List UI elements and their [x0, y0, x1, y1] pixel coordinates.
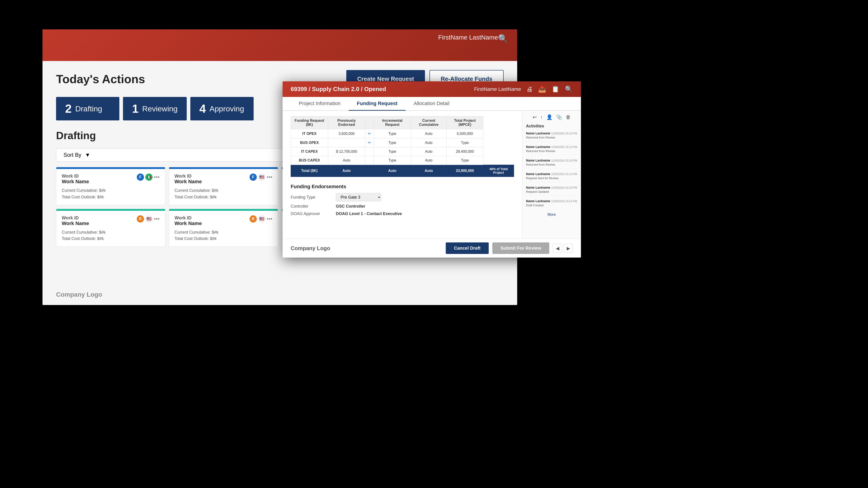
badge-f: F	[137, 173, 144, 181]
card-metrics: Current Cumulative: $#k Total Cost Outlo…	[62, 229, 160, 242]
modal-footer-buttons: Cancel Draft Submit For Review ◀ ▶	[446, 242, 573, 254]
list-item: Name Lastname12/30/2016 15:15 PM Draft C…	[526, 199, 577, 209]
card-top-bar	[169, 167, 278, 169]
cancel-draft-button[interactable]: Cancel Draft	[446, 242, 489, 254]
card-metrics: Current Cumulative: $#k Total Cost Outlo…	[62, 187, 160, 200]
card-badges: R 🇺🇸 •••	[137, 215, 160, 223]
drafting-label: Drafting	[75, 104, 102, 113]
table-row: BUS OPEX ✏ Type Auto Type	[291, 138, 514, 147]
tab-project-information[interactable]: Project Information	[291, 97, 349, 111]
list-item: Name Lastname12/30/2016 15:15 PM Returne…	[526, 145, 577, 155]
person-icon[interactable]: 👤	[546, 114, 553, 120]
card-body: Work ID Work Name F 🇮🇹 ••• Current Cumul…	[56, 169, 165, 205]
up-icon[interactable]: ↑	[540, 114, 543, 120]
modal-body: Funding Request ($K) Previously Endorsed…	[283, 111, 581, 238]
card-metrics: Current Cumulative: $#k Total Cost Outlo…	[175, 187, 272, 200]
col-header-category: Funding Request ($K)	[291, 116, 328, 129]
modal-navigation-arrows: ◀ ▶	[553, 244, 573, 253]
more-options-icon[interactable]: •••	[267, 174, 272, 180]
tab-funding-request[interactable]: Funding Request	[349, 97, 406, 111]
sidebar-icons: ↩ ↑ 👤 📎 🗑	[526, 114, 577, 120]
list-icon[interactable]: 📋	[552, 86, 559, 93]
card-badges: F 🇮🇹 •••	[137, 173, 160, 181]
tab-approving[interactable]: 4 Approving	[190, 97, 254, 121]
next-arrow-button[interactable]: ▶	[564, 244, 573, 253]
card-top-bar	[56, 167, 165, 169]
card-top-bar	[56, 209, 165, 211]
search-icon[interactable]: 🔍	[498, 34, 508, 43]
funding-type-select[interactable]: Pre Gate 3	[336, 193, 381, 201]
more-options-icon[interactable]: •••	[267, 216, 272, 222]
col-header-prev-endorsed: Previously Endorsed	[328, 116, 365, 129]
main-header-username: FirstName LastName	[438, 34, 498, 41]
more-options-icon[interactable]: •••	[154, 174, 160, 180]
edit-icon[interactable]: ✏	[365, 129, 374, 138]
col-header-cumulative: Current Cumulative	[411, 116, 446, 129]
badge-r: R	[250, 215, 257, 223]
activities-more-link[interactable]: More	[526, 213, 577, 217]
table-row: IT CAPEX $ 12,700,000 Type Auto 28,400,0…	[291, 147, 514, 156]
list-item: Name Lastname12/30/2016 15:15 PM Request…	[526, 172, 577, 182]
card-top-bar	[169, 209, 278, 211]
work-card[interactable]: Work ID Work Name F 🇺🇸 ••• Current Cumul…	[169, 167, 278, 205]
card-header: Work ID Work Name F 🇮🇹 •••	[62, 173, 160, 185]
reply-icon[interactable]: ↩	[532, 114, 537, 120]
chevron-down-icon: ▼	[85, 152, 90, 158]
table-total-row: Total ($K) Auto Auto Auto 33,900,000 48%…	[291, 165, 514, 177]
drafting-count: 2	[65, 102, 72, 116]
card-header: Work ID Work Name R 🇺🇸 •••	[175, 215, 272, 226]
card-header: Work ID Work Name R 🇺🇸 •••	[62, 215, 160, 226]
work-card[interactable]: Work ID Work Name R 🇺🇸 ••• Current Cumul…	[56, 209, 165, 247]
modal-header-right: FirstName LastName 🖨 📤 📋 🔍	[474, 86, 573, 93]
activities-title: Activities	[526, 124, 577, 129]
tab-reviewing[interactable]: 1 Reviewing	[123, 97, 187, 121]
badge-f: F	[250, 173, 257, 181]
modal-footer: Company Logo Cancel Draft Submit For Rev…	[283, 238, 581, 258]
main-footer-logo: Company Logo	[56, 291, 102, 298]
modal-sidebar-activities: ↩ ↑ 👤 📎 🗑 Activities Name Lastname12/30/…	[522, 111, 581, 238]
attachment-icon[interactable]: 📎	[556, 114, 562, 120]
delete-icon[interactable]: 🗑	[566, 114, 571, 120]
tab-allocation-detail[interactable]: Allocation Detail	[405, 97, 458, 111]
work-card[interactable]: Work ID Work Name R 🇺🇸 ••• Current Cumul…	[169, 209, 278, 247]
reviewing-count: 1	[132, 102, 138, 116]
prev-arrow-button[interactable]: ◀	[553, 244, 562, 253]
funding-endorsements-section: Funding Endorsements Funding Type Pre Ga…	[291, 184, 514, 216]
modal-footer-logo: Company Logo	[291, 245, 330, 252]
flag-icon: 🇮🇹	[145, 173, 153, 181]
endorsement-row-doag-approver: DOAG Approver DOAG Level 1 - Contact Exe…	[291, 212, 514, 216]
edit-icon[interactable]: ✏	[365, 138, 374, 147]
card-badges: R 🇺🇸 •••	[250, 215, 272, 223]
card-body: Work ID Work Name F 🇺🇸 ••• Current Cumul…	[169, 169, 278, 205]
col-header-total: Total Project (MPCE)	[446, 116, 483, 129]
search-icon[interactable]: 🔍	[565, 86, 573, 93]
endorsement-row-controller: Controller GSC Controller	[291, 204, 514, 209]
more-options-icon[interactable]: •••	[154, 216, 160, 222]
flag-icon: 🇺🇸	[145, 215, 153, 223]
col-header-empty	[365, 116, 374, 129]
approving-label: Approving	[210, 104, 244, 113]
funding-table: Funding Request ($K) Previously Endorsed…	[291, 116, 514, 177]
tab-drafting[interactable]: 2 Drafting	[56, 97, 119, 121]
submit-for-review-button[interactable]: Submit For Review	[492, 242, 549, 254]
list-item: Name Lastname12/30/2016 15:15 PM Returne…	[526, 131, 577, 142]
badge-r: R	[137, 215, 144, 223]
table-row: IT OPEX 3,500,000 ✏ Type Auto 5,500,000	[291, 129, 514, 138]
approving-count: 4	[199, 102, 206, 116]
page-title: Today's Actions	[56, 72, 145, 86]
reviewing-label: Reviewing	[142, 104, 178, 113]
endorsements-title: Funding Endorsements	[291, 184, 514, 190]
card-body: Work ID Work Name R 🇺🇸 ••• Current Cumul…	[56, 211, 165, 247]
modal-header: 69399 / Supply Chain 2.0 / Opened FirstN…	[283, 81, 581, 97]
table-row: BUS CAPEX Auto Type Auto Type	[291, 156, 514, 165]
flag-icon: 🇺🇸	[258, 215, 266, 223]
print-icon[interactable]: 🖨	[526, 86, 533, 93]
modal-nav-tabs: Project Information Funding Request Allo…	[283, 97, 581, 111]
modal-window: 69399 / Supply Chain 2.0 / Opened FirstN…	[283, 81, 581, 258]
card-badges: F 🇺🇸 •••	[250, 173, 272, 181]
share-icon[interactable]: 📤	[538, 86, 546, 93]
list-item: Name Lastname12/30/2016 15:15 PM Returne…	[526, 158, 577, 169]
card-metrics: Current Cumulative: $#k Total Cost Outlo…	[175, 229, 272, 242]
list-item: Name Lastname12/30/2016 15:15 PM Request…	[526, 186, 577, 196]
work-card[interactable]: Work ID Work Name F 🇮🇹 ••• Current Cumul…	[56, 167, 165, 205]
